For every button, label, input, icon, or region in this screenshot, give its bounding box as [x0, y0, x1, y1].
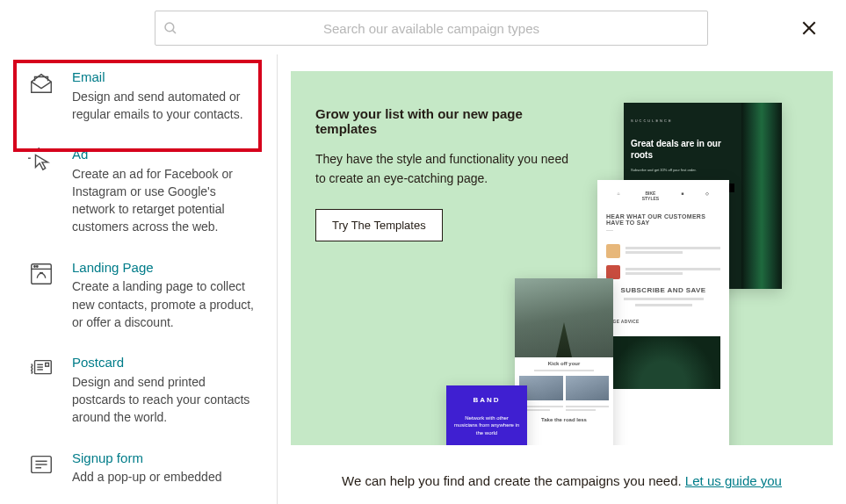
search-input[interactable] [185, 21, 707, 36]
sidebar-item-desc: Design and send printed postcards to rea… [72, 373, 261, 427]
sidebar-item-signup-form[interactable]: Signup form Add a pop-up or embedded [0, 443, 277, 502]
svg-point-9 [34, 266, 36, 268]
svg-line-4 [30, 149, 33, 152]
svg-line-1 [173, 31, 176, 33]
sidebar-item-title: Landing Page [72, 259, 261, 277]
top-bar [0, 0, 846, 54]
landing-page-icon [28, 259, 58, 331]
template-preview-purple: BAND Network with other musicians from a… [446, 385, 527, 445]
email-icon [28, 68, 58, 123]
signup-form-icon [28, 450, 58, 486]
svg-rect-12 [46, 364, 49, 367]
sidebar-item-desc: Create a landing page to collect new con… [72, 277, 261, 331]
main-panel: Grow your list with our new page templat… [278, 54, 846, 504]
sidebar-item-title: Signup form [72, 450, 221, 467]
sidebar-item-desc: Add a pop-up or embedded [72, 468, 221, 486]
template-preview-tall: ⌂ BIKE STYLES ■ ◇ HEAR WHAT OUR CUSTOMER… [597, 180, 729, 445]
guide-link[interactable]: Let us guide you [685, 473, 782, 488]
sidebar-item-title: Postcard [72, 354, 261, 371]
template-brand: SUCCULENCE [631, 119, 734, 123]
sidebar-item-title: Ad [72, 146, 261, 163]
template-image [741, 103, 782, 289]
sidebar-item-email[interactable]: Email Design and send automated or regul… [0, 61, 277, 139]
sidebar-item-desc: Create an ad for Facebook or Instagram o… [72, 165, 261, 236]
template-previews: SUCCULENCE Great deals are in our roots … [446, 103, 833, 445]
svg-point-10 [37, 266, 39, 268]
hero-banner: Grow your list with our new page templat… [291, 71, 833, 445]
svg-point-0 [165, 23, 174, 32]
sidebar-item-postcard[interactable]: Postcard Design and send printed postcar… [0, 347, 277, 442]
search-icon [155, 20, 185, 36]
template-subtext: Subscribe and get 10% off your first ord… [631, 168, 734, 173]
sidebar-item-title: Email [72, 68, 261, 86]
sidebar-item-desc: Design and send automated or regular ema… [72, 88, 261, 124]
postcard-icon [28, 354, 58, 426]
sidebar-item-landing-page[interactable]: Landing Page Create a landing page to co… [0, 252, 277, 347]
campaign-type-sidebar: Email Design and send automated or regul… [0, 54, 278, 504]
template-image [606, 336, 720, 389]
close-icon[interactable] [795, 14, 823, 42]
template-heading: Great deals are in our roots [631, 139, 734, 161]
sidebar-item-ad[interactable]: Ad Create an ad for Facebook or Instagra… [0, 139, 277, 252]
ad-cursor-icon [28, 146, 58, 236]
search-field[interactable] [155, 11, 708, 46]
template-preview-mid: Kick off your Take the road less [515, 278, 613, 445]
template-image [515, 278, 613, 357]
try-templates-button[interactable]: Try The Templates [315, 209, 443, 241]
footer-help-text: We can help you find and create the camp… [291, 445, 833, 488]
